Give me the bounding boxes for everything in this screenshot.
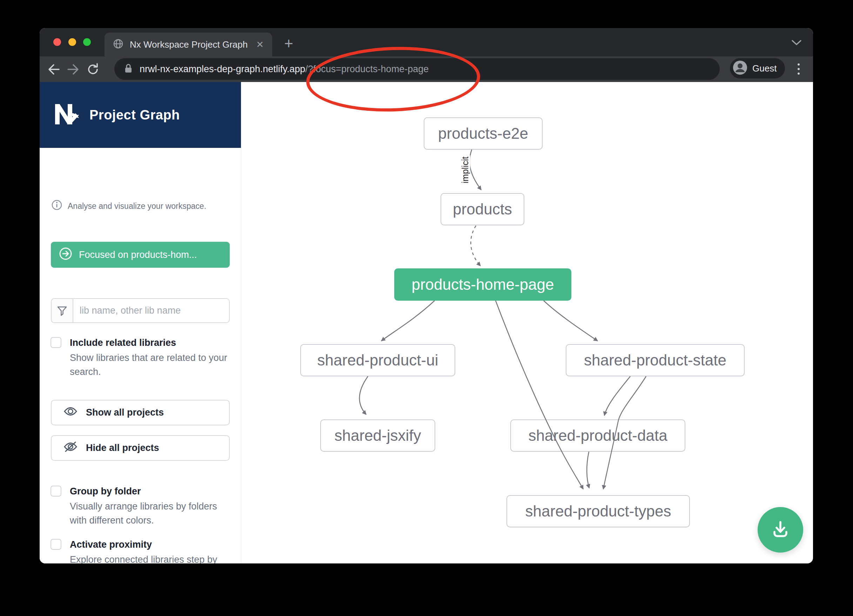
screenshot-canvas: Nx Workspace Project Graph ✕ +: [0, 0, 853, 616]
graph-node-shared-jsxify[interactable]: shared-jsxify: [320, 419, 435, 452]
graph-node-products-home-page[interactable]: products-home-page: [394, 268, 571, 301]
macos-minimize-button[interactable]: [68, 38, 76, 46]
url-text: nrwl-nx-examples-dep-graph.netlify.app/?…: [140, 64, 429, 75]
reload-button[interactable]: [83, 59, 103, 79]
group-by-folder-label: Group by folder: [70, 485, 231, 498]
avatar-icon: [733, 60, 747, 76]
eye-off-icon: [64, 441, 77, 455]
back-button[interactable]: [44, 59, 64, 79]
edge-home-page-to-product-state[interactable]: [543, 301, 598, 341]
browser-toolbar: nrwl-nx-examples-dep-graph.netlify.app/?…: [39, 56, 813, 82]
profile-label: Guest: [752, 63, 777, 74]
filter-input[interactable]: [73, 299, 229, 322]
new-tab-button[interactable]: +: [281, 36, 296, 51]
edge-home-page-to-product-ui[interactable]: [381, 301, 434, 341]
browser-window: Nx Workspace Project Graph ✕ +: [39, 28, 813, 563]
show-all-projects-button[interactable]: Show all projects: [51, 400, 230, 425]
include-related-checkbox[interactable]: [50, 337, 61, 348]
edge-product-state-to-product-data[interactable]: [604, 376, 630, 416]
graph-node-shared-product-ui[interactable]: shared-product-ui: [300, 344, 455, 376]
group-by-folder-checkbox[interactable]: [50, 486, 61, 496]
profile-button[interactable]: Guest: [730, 58, 785, 79]
focused-on-label: Focused on products-hom...: [79, 250, 197, 260]
forward-button[interactable]: [64, 59, 83, 79]
tagline: Analyse and visualize your workspace.: [52, 200, 206, 212]
hide-all-projects-label: Hide all projects: [86, 443, 159, 453]
arrow-circle-right-icon: [59, 247, 73, 263]
sidebar-brand-header: Project Graph: [39, 82, 241, 148]
page-title: Project Graph: [90, 107, 180, 123]
activate-proximity-checkbox[interactable]: [50, 539, 61, 550]
focused-on-button[interactable]: Focused on products-hom...: [51, 242, 230, 268]
funnel-icon: [52, 299, 73, 322]
edge-e2e-to-products[interactable]: [470, 150, 481, 190]
graph-node-products-e2e[interactable]: products-e2e: [424, 117, 543, 150]
tab-close-icon[interactable]: ✕: [256, 40, 264, 49]
macos-close-button[interactable]: [53, 38, 61, 46]
nx-logo-icon: [54, 103, 80, 127]
activate-proximity-description: Explore connected libraries step by step…: [70, 552, 231, 563]
group-by-folder-row: Group by folder Visually arrange librari…: [50, 485, 231, 527]
edge-label-implicit: implicit: [460, 155, 471, 185]
url-host: nrwl-nx-examples-dep-graph.netlify.app: [140, 64, 305, 74]
download-image-button[interactable]: [757, 507, 803, 552]
edge-products-to-home-page[interactable]: [471, 226, 481, 266]
filter-input-group: [51, 298, 230, 323]
activate-proximity-label: Activate proximity: [70, 538, 231, 551]
globe-favicon-icon: [113, 39, 123, 50]
activate-proximity-row: Activate proximity Explore connected lib…: [50, 538, 231, 563]
tagline-text: Analyse and visualize your workspace.: [68, 201, 206, 211]
group-by-folder-description: Visually arrange libraries by folders wi…: [70, 499, 231, 527]
hide-all-projects-button[interactable]: Hide all projects: [51, 435, 230, 461]
include-related-description: Show libraries that are related to your …: [70, 351, 231, 379]
edge-home-page-to-product-types[interactable]: [496, 301, 583, 489]
chevron-down-icon[interactable]: [791, 39, 802, 47]
edge-product-data-to-product-types[interactable]: [587, 452, 589, 488]
tab-strip: Nx Workspace Project Graph ✕ +: [39, 28, 813, 56]
graph-node-shared-product-data[interactable]: shared-product-data: [510, 419, 685, 452]
tab-title: Nx Workspace Project Graph: [130, 39, 250, 50]
graph-node-shared-product-state[interactable]: shared-product-state: [566, 344, 745, 376]
browser-menu-icon[interactable]: [794, 59, 804, 79]
graph-node-products[interactable]: products: [440, 193, 524, 225]
eye-icon: [64, 406, 77, 419]
browser-tab[interactable]: Nx Workspace Project Graph ✕: [105, 33, 272, 56]
lock-icon: [124, 63, 133, 75]
graph-node-shared-product-types[interactable]: shared-product-types: [507, 495, 690, 527]
edge-product-ui-to-jsxify[interactable]: [360, 376, 368, 415]
include-related-row: Include related libraries Show libraries…: [50, 336, 231, 379]
url-bar[interactable]: nrwl-nx-examples-dep-graph.netlify.app/?…: [114, 58, 720, 80]
macos-fullscreen-button[interactable]: [83, 38, 91, 46]
url-path: /?focus=products-home-page: [305, 64, 429, 74]
show-all-projects-label: Show all projects: [86, 407, 164, 418]
sidebar: Project Graph Analyse and visualize your…: [39, 82, 241, 563]
include-related-label: Include related libraries: [70, 336, 231, 349]
info-icon: [52, 200, 62, 212]
download-icon: [770, 519, 791, 541]
